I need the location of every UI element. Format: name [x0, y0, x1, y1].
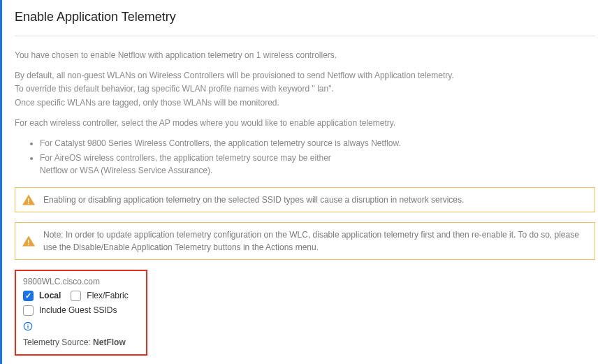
warning-icon	[22, 194, 35, 205]
ap-mode-row: Local Flex/Fabric	[23, 291, 139, 301]
description-block: You have chosen to enable Netflow with a…	[15, 49, 595, 130]
svg-point-2	[27, 323, 28, 324]
warning-update-note: Note: In order to update application tel…	[15, 222, 595, 260]
controller-config-box: 9800WLC.cisco.com Local Flex/Fabric Incl…	[15, 270, 147, 356]
divider	[15, 36, 595, 36]
local-label: Local	[39, 291, 61, 300]
list-item: For Catalyst 9800 Series Wireless Contro…	[40, 137, 595, 150]
flex-fabric-checkbox[interactable]	[71, 291, 81, 301]
enable-application-telemetry-panel: Enable Application Telemetry You have ch…	[0, 0, 598, 364]
alert-text: Enabling or disabling application teleme…	[43, 195, 464, 205]
page-title: Enable Application Telemetry	[15, 10, 595, 30]
telemetry-source-value: NetFlow	[93, 337, 126, 347]
default-behavior-text: By default, all non-guest WLANs on Wirel…	[15, 69, 595, 110]
notes-list: For Catalyst 9800 Series Wireless Contro…	[40, 137, 595, 177]
telemetry-source: Telemetry Source: NetFlow	[23, 337, 139, 347]
include-guest-ssids-label: Include Guest SSIDs	[39, 305, 117, 315]
select-modes-text: For each wireless controller, select the…	[15, 117, 595, 130]
intro-text: You have chosen to enable Netflow with a…	[15, 49, 595, 62]
controller-hostname: 9800WLC.cisco.com	[23, 277, 139, 286]
warning-icon	[22, 235, 35, 246]
include-guest-ssids-checkbox[interactable]	[23, 305, 34, 316]
local-checkbox[interactable]	[23, 291, 34, 301]
list-item: For AireOS wireless controllers, the app…	[40, 152, 595, 177]
info-icon[interactable]	[23, 321, 33, 331]
warning-disruption: Enabling or disabling application teleme…	[15, 187, 595, 212]
alert-text: Note: In order to update application tel…	[43, 230, 579, 252]
guest-ssid-row: Include Guest SSIDs	[23, 305, 139, 316]
flex-fabric-label: Flex/Fabric	[87, 291, 128, 300]
